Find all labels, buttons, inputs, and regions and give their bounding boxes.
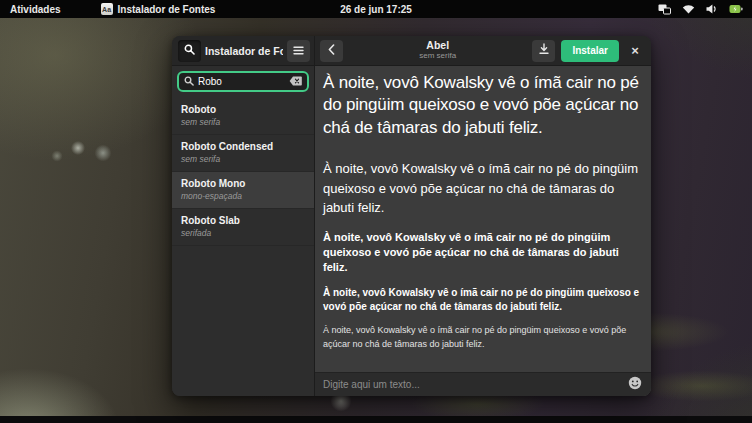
- font-item-name: Roboto Condensed: [181, 141, 305, 152]
- font-list-item-roboto-mono[interactable]: Roboto Mono mono-espaçada: [172, 172, 314, 209]
- search-icon: [184, 43, 195, 58]
- install-button[interactable]: Instalar: [561, 40, 619, 62]
- focused-app-menu[interactable]: Aa Instalador de Fontes: [95, 0, 222, 18]
- custom-preview-text-input[interactable]: [323, 379, 621, 390]
- screencast-icon: [658, 4, 671, 15]
- font-item-name: Roboto: [181, 104, 305, 115]
- preview-paragraph-xl: À noite, vovô Kowalsky vê o ímã cair no …: [323, 72, 642, 139]
- font-item-name: Roboto Mono: [181, 178, 305, 189]
- window-close-button[interactable]: ×: [625, 40, 645, 62]
- volume-icon: [706, 4, 718, 14]
- hamburger-menu-icon: [293, 43, 304, 58]
- search-toggle-button[interactable]: [178, 40, 201, 62]
- font-item-style: mono-espaçada: [181, 191, 305, 201]
- clear-search-icon[interactable]: [289, 76, 302, 88]
- fonts-app-icon: Aa: [101, 3, 113, 15]
- preview-font-heading: Abel sem serifa: [349, 40, 526, 60]
- font-list-item-roboto[interactable]: Roboto sem serifa: [172, 98, 314, 135]
- desktop: Atividades Aa Instalador de Fontes 26 de…: [0, 0, 752, 423]
- font-item-style: serifada: [181, 228, 305, 238]
- smiley-icon: [628, 376, 642, 393]
- font-list-pane: Roboto sem serifa Roboto Condensed sem s…: [172, 66, 315, 396]
- font-item-style: sem serifa: [181, 117, 305, 127]
- preview-paragraph-md: À noite, vovô Kowalsky vê o ímã cair no …: [323, 230, 642, 275]
- search-input[interactable]: [198, 76, 285, 87]
- preview-font-style: sem serifa: [349, 52, 526, 61]
- activities-button[interactable]: Atividades: [0, 0, 71, 18]
- battery-icon: [729, 4, 743, 14]
- focused-app-name: Instalador de Fontes: [118, 4, 216, 15]
- back-chevron-icon: [328, 43, 335, 58]
- back-button[interactable]: [320, 40, 343, 62]
- system-status-area[interactable]: [658, 0, 752, 18]
- wallpaper-bottom-shadow: [0, 416, 752, 423]
- search-icon: [184, 76, 194, 88]
- gnome-top-bar: Atividades Aa Instalador de Fontes 26 de…: [0, 0, 752, 18]
- preview-paragraph-lg: À noite, vovô Kowalsky vê o ímã cair no …: [323, 159, 642, 218]
- wifi-icon: [682, 4, 695, 14]
- preview-headerbar: Abel sem serifa Instalar ×: [315, 36, 651, 66]
- main-menu-button[interactable]: [287, 40, 310, 62]
- font-search-results: Roboto sem serifa Roboto Condensed sem s…: [172, 98, 314, 396]
- download-icon: [538, 43, 550, 58]
- font-preview-pane: À noite, vovô Kowalsky vê o ímã cair no …: [315, 66, 651, 396]
- preview-paragraph-xs: À noite, vovô Kowalsky vê o ímã cair no …: [323, 324, 642, 351]
- custom-text-bar: [315, 372, 651, 396]
- download-button[interactable]: [532, 40, 555, 62]
- search-entry[interactable]: [177, 71, 309, 92]
- font-item-style: sem serifa: [181, 154, 305, 164]
- preview-paragraph-sm: À noite, vovô Kowalsky vê o ímã cair no …: [323, 286, 642, 314]
- search-row: [172, 66, 314, 98]
- font-list-item-roboto-slab[interactable]: Roboto Slab serifada: [172, 209, 314, 246]
- waterfall-preview: À noite, vovô Kowalsky vê o ímã cair no …: [315, 66, 651, 372]
- font-list-item-roboto-condensed[interactable]: Roboto Condensed sem serifa: [172, 135, 314, 172]
- fonts-app-window: Instalador de Fontes Abel sem serifa: [172, 36, 651, 396]
- left-headerbar: Instalador de Fontes: [172, 36, 315, 66]
- font-item-name: Roboto Slab: [181, 215, 305, 226]
- window-title: Instalador de Fontes: [205, 45, 283, 57]
- emoji-picker-button[interactable]: [627, 377, 643, 393]
- close-icon: ×: [631, 43, 639, 58]
